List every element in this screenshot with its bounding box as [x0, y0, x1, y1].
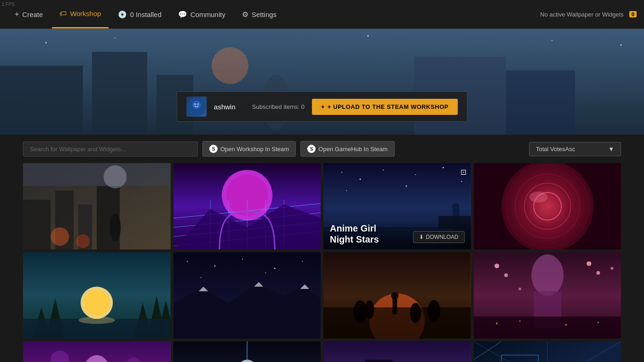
- top-navigation: 1 FPS + Create 🏷 Workshop 💿 0 Installed …: [0, 0, 644, 29]
- svg-point-8: [46, 42, 47, 44]
- profile-subscribed: Subscribed items: 0: [252, 103, 305, 110]
- grid-item-4[interactable]: [474, 163, 621, 249]
- search-input[interactable]: [23, 141, 198, 157]
- svg-point-19: [197, 104, 198, 105]
- grid-item-2[interactable]: [173, 163, 321, 249]
- svg-point-47: [415, 174, 416, 175]
- svg-rect-2: [92, 52, 147, 135]
- nav-workshop-label: Workshop: [70, 10, 101, 17]
- upload-workshop-button[interactable]: + + UPLOAD TO THE STEAM WORKSHOP: [312, 99, 458, 115]
- svg-point-53: [452, 203, 459, 210]
- svg-point-44: [341, 172, 342, 173]
- workshop-icon: 🏷: [59, 10, 67, 18]
- community-icon: 💬: [178, 10, 187, 19]
- toolbar: S Open Workshop In Steam S Open GameHub …: [0, 135, 644, 163]
- grid-item-1[interactable]: [23, 163, 171, 249]
- avatar: [186, 96, 207, 117]
- wallpaper-grid: Anime GirlNight Stars ⊡ ⬇ DOWNLOAD: [0, 163, 644, 362]
- svg-point-9: [115, 38, 115, 39]
- svg-point-48: [443, 167, 444, 168]
- hero-profile-bar: ashwin Subscribed items: 0 + + UPLOAD TO…: [177, 91, 467, 122]
- grid-item-10[interactable]: [173, 341, 321, 362]
- open-gamehub-label: Open GameHub In Steam: [318, 146, 387, 153]
- settings-icon: ⚙: [242, 10, 248, 19]
- nav-installed[interactable]: 💿 0 Installed: [110, 0, 169, 28]
- steam-icon: S: [209, 145, 218, 153]
- create-icon: +: [15, 10, 19, 18]
- status-badge: 0: [629, 11, 637, 17]
- nav-settings-label: Settings: [252, 11, 276, 18]
- upload-btn-label: + UPLOAD TO THE STEAM WORKSHOP: [328, 103, 448, 110]
- grid-item-12[interactable]: [474, 341, 621, 362]
- svg-point-5: [212, 47, 248, 84]
- download-label: DOWNLOAD: [426, 234, 459, 240]
- installed-icon: 💿: [118, 10, 127, 19]
- nav-installed-label: 0 Installed: [130, 11, 161, 18]
- sort-dropdown[interactable]: Total VotesAsc ▼: [529, 142, 621, 156]
- svg-point-50: [346, 190, 347, 191]
- nav-settings[interactable]: ⚙ Settings: [235, 0, 284, 28]
- profile-name: ashwin: [214, 103, 236, 111]
- grid-item-6[interactable]: [173, 252, 321, 339]
- svg-point-51: [406, 185, 407, 187]
- status-text: No active Wallpaper or Widgets: [540, 11, 624, 18]
- svg-point-45: [360, 178, 361, 180]
- gamehub-steam-icon: S: [307, 145, 316, 153]
- nav-create-label: Create: [22, 11, 43, 18]
- grid-item-9[interactable]: [23, 341, 171, 362]
- external-link-icon: ⊡: [460, 168, 466, 176]
- grid-item-5[interactable]: [23, 252, 171, 339]
- svg-point-18: [195, 104, 196, 105]
- svg-rect-1: [0, 66, 83, 135]
- svg-point-46: [383, 170, 384, 170]
- svg-point-12: [621, 45, 622, 46]
- download-icon: ⬇: [419, 234, 424, 240]
- upload-icon: +: [321, 103, 325, 110]
- nav-community-label: Community: [190, 11, 225, 18]
- nav-status: No active Wallpaper or Widgets 0: [540, 11, 637, 18]
- nav-community[interactable]: 💬 Community: [171, 0, 233, 28]
- nav-workshop[interactable]: 🏷 Workshop: [52, 0, 108, 28]
- sort-label: Total VotesAsc: [536, 146, 575, 153]
- open-workshop-button[interactable]: S Open Workshop In Steam: [202, 141, 296, 157]
- hero-banner: ashwin Subscribed items: 0 + + UPLOAD TO…: [0, 29, 644, 135]
- grid-item-3[interactable]: Anime GirlNight Stars ⊡ ⬇ DOWNLOAD: [323, 163, 471, 249]
- svg-point-10: [368, 35, 369, 37]
- svg-point-11: [552, 40, 552, 41]
- grid-item-11[interactable]: [323, 341, 471, 362]
- grid-item-7[interactable]: [323, 252, 471, 339]
- open-workshop-label: Open Workshop In Steam: [220, 146, 289, 153]
- svg-rect-7: [506, 70, 575, 135]
- chevron-down-icon: ▼: [608, 146, 614, 153]
- grid-item-8[interactable]: [474, 252, 621, 339]
- svg-point-49: [461, 181, 462, 182]
- download-button-3[interactable]: ⬇ DOWNLOAD: [413, 231, 465, 243]
- open-gamehub-button[interactable]: S Open GameHub In Steam: [300, 141, 394, 157]
- nav-create[interactable]: + Create: [7, 0, 50, 28]
